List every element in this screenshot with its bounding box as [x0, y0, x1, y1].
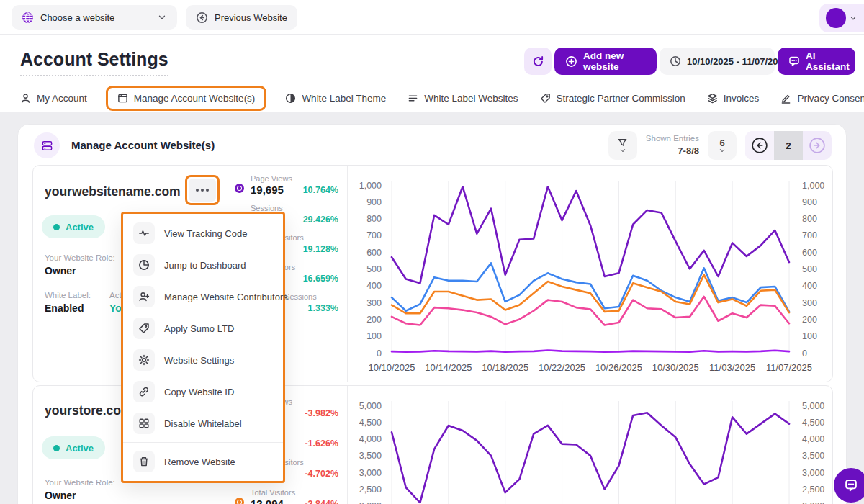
svg-text:300: 300: [802, 298, 817, 308]
next-page-button[interactable]: [803, 131, 832, 160]
chat-bubble-icon: [844, 478, 858, 492]
svg-text:10/26/2025: 10/26/2025: [595, 362, 642, 373]
contrast-icon: [285, 93, 296, 104]
layers-icon: [707, 93, 718, 104]
svg-text:0: 0: [377, 348, 382, 359]
svg-text:3,000: 3,000: [359, 468, 382, 478]
add-new-website-label: Add new website: [583, 50, 646, 72]
svg-text:2,000: 2,000: [359, 501, 382, 504]
arrow-left-circle-icon: [196, 12, 208, 24]
user-icon: [20, 93, 31, 104]
tab-my-account[interactable]: My Account: [20, 93, 87, 104]
svg-text:3,500: 3,500: [802, 451, 824, 461]
series-dot-icon: [235, 498, 244, 504]
link-icon: [133, 381, 155, 402]
svg-text:11/07/2025: 11/07/2025: [766, 362, 812, 373]
svg-text:10/14/2025: 10/14/2025: [425, 362, 472, 373]
svg-text:11/03/2025: 11/03/2025: [709, 362, 755, 373]
tab-manage-account-websites[interactable]: Manage Account Website(s): [106, 86, 267, 111]
svg-text:200: 200: [802, 315, 817, 325]
white-label-label: White Label:: [45, 291, 91, 300]
role-value: Owner: [45, 265, 76, 276]
svg-text:4,000: 4,000: [359, 434, 382, 444]
refresh-button[interactable]: [524, 48, 552, 75]
stat-total-visitors: Total Visitors 12,094 -2.844%: [225, 488, 347, 504]
svg-text:2,500: 2,500: [359, 485, 382, 495]
avatar: [826, 8, 846, 28]
add-new-website-button[interactable]: Add new website: [554, 48, 657, 75]
tab-privacy-consents[interactable]: Privacy Consents: [780, 93, 864, 104]
tab-strategic-partner-commission[interactable]: Strategic Partner Commission: [540, 93, 685, 104]
chat-icon: [788, 55, 800, 67]
pagination: 2: [745, 131, 832, 160]
svg-text:4,500: 4,500: [359, 418, 382, 428]
ai-assistant-button[interactable]: AI Assistant: [778, 48, 855, 75]
svg-text:3,000: 3,000: [802, 468, 824, 478]
tab-invoices[interactable]: Invoices: [707, 93, 760, 104]
website-actions-button[interactable]: [189, 179, 216, 202]
page-header: Account Settings Add new website 10/10/2…: [0, 35, 864, 85]
svg-text:500: 500: [366, 264, 382, 274]
menu-item-disable-whitelabel[interactable]: Disable Whitelabel: [123, 408, 283, 439]
tag-icon: [133, 318, 155, 339]
svg-text:10/18/2025: 10/18/2025: [482, 362, 528, 373]
top-bar: Choose a website Previous Website: [0, 0, 864, 35]
page-size-dropdown[interactable]: 6: [708, 131, 737, 160]
previous-page-button[interactable]: [745, 131, 774, 160]
svg-text:1,000: 1,000: [359, 181, 382, 191]
menu-item-jump-to-dashboard[interactable]: Jump to Dashboard: [123, 249, 283, 281]
menu-item-website-settings[interactable]: Website Settings: [123, 344, 283, 376]
svg-text:2,000: 2,000: [802, 501, 824, 504]
status-label: Active: [66, 443, 94, 454]
tab-white-label-websites[interactable]: White Label Websites: [408, 93, 518, 104]
svg-text:600: 600: [366, 248, 382, 258]
svg-text:0: 0: [802, 348, 807, 359]
funnel-icon: [617, 138, 628, 148]
plus-circle-icon: [565, 55, 577, 68]
menu-item-view-tracking-code[interactable]: View Tracking Code: [123, 217, 283, 249]
svg-text:100: 100: [366, 331, 382, 341]
chevron-down-icon: [619, 148, 626, 153]
svg-text:300: 300: [366, 298, 382, 308]
menu-item-manage-website-contributors[interactable]: Manage Website Contributors: [123, 281, 283, 312]
role-value: Owner: [45, 490, 76, 501]
tab-label: White Label Websites: [424, 93, 518, 104]
refresh-icon: [532, 55, 544, 68]
user-menu[interactable]: [819, 4, 864, 32]
filter-button[interactable]: [608, 131, 637, 160]
panel-header: Manage Account Website(s) Shown Entries …: [18, 125, 846, 166]
date-range-value: 10/10/2025 - 11/07/2025: [687, 56, 788, 67]
user-plus-icon: [133, 286, 155, 307]
shown-entries: Shown Entries 7-8/8: [646, 133, 699, 157]
svg-text:4,500: 4,500: [802, 418, 824, 428]
tab-label: My Account: [37, 93, 87, 104]
menu-item-copy-website-id[interactable]: Copy Website ID: [123, 376, 283, 408]
chevron-down-icon: [157, 12, 167, 22]
support-chat-button[interactable]: [834, 468, 864, 503]
page-content: Manage Account Website(s) Shown Entries …: [0, 112, 864, 504]
pie-chart-icon: [133, 254, 155, 276]
menu-item-apply-sumo-ltd[interactable]: Apply Sumo LTD: [123, 312, 283, 344]
tab-label: Manage Account Website(s): [134, 93, 256, 104]
settings-tabs: My Account Manage Account Website(s) Whi…: [0, 85, 864, 112]
tab-white-label-theme[interactable]: White Label Theme: [285, 93, 386, 104]
svg-text:3,500: 3,500: [359, 451, 382, 461]
menu-divider: [123, 442, 283, 443]
website-actions-menu: View Tracking Code Jump to Dashboard Man…: [121, 212, 285, 483]
grid-icon: [133, 413, 155, 434]
choose-website-dropdown[interactable]: Choose a website: [12, 5, 177, 30]
menu-item-remove-website[interactable]: Remove Website: [123, 446, 283, 477]
svg-text:200: 200: [366, 315, 382, 325]
browser-icon: [117, 93, 128, 104]
date-range-picker[interactable]: 10/10/2025 - 11/07/2025: [660, 48, 775, 75]
svg-text:10/22/2025: 10/22/2025: [539, 362, 585, 373]
series-dot-icon: [235, 184, 244, 193]
previous-website-button[interactable]: Previous Website: [186, 5, 297, 30]
svg-text:400: 400: [802, 281, 817, 291]
white-label-value: Enabled: [45, 302, 84, 314]
svg-text:10/10/2025: 10/10/2025: [368, 362, 415, 373]
shown-entries-value: 7-8/8: [646, 145, 699, 158]
svg-text:400: 400: [366, 281, 382, 291]
server-icon: [34, 132, 60, 158]
list-icon: [408, 93, 418, 104]
